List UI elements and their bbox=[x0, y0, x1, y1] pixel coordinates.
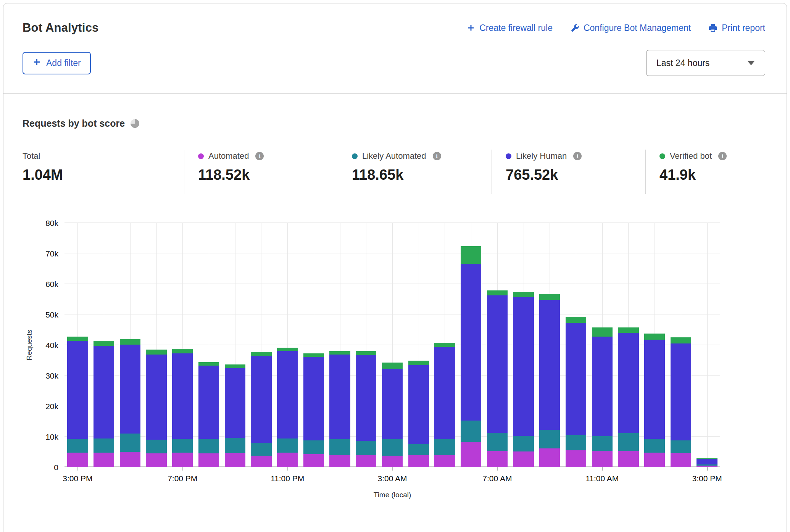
bot-analytics-card: Bot Analytics Create firewall rule Confi… bbox=[3, 3, 787, 532]
bar-segment-verified-bot bbox=[120, 339, 140, 345]
bar[interactable] bbox=[434, 343, 455, 467]
x-axis-tick bbox=[497, 467, 498, 471]
bar-segment-verified-bot bbox=[198, 362, 219, 366]
bar[interactable] bbox=[303, 353, 324, 467]
bar-segment-likely-automated bbox=[198, 439, 219, 453]
bar-segment-likely-human bbox=[566, 323, 586, 435]
bar-segment-likely-human bbox=[198, 366, 219, 439]
bar-segment-automated bbox=[67, 453, 88, 467]
info-icon[interactable]: i bbox=[255, 152, 264, 160]
y-axis-tick-label: 10k bbox=[45, 433, 58, 441]
bar-segment-likely-automated bbox=[277, 438, 298, 453]
bar-segment-likely-human bbox=[539, 300, 560, 430]
bar-slot bbox=[458, 223, 484, 467]
bar-segment-automated bbox=[566, 450, 586, 467]
configure-bot-management-label: Configure Bot Management bbox=[584, 23, 691, 33]
bar-slot bbox=[432, 223, 458, 467]
create-firewall-rule-link[interactable]: Create firewall rule bbox=[467, 23, 553, 33]
configure-bot-management-link[interactable]: Configure Bot Management bbox=[570, 23, 691, 33]
printer-icon bbox=[708, 23, 717, 32]
bar-segment-verified-bot bbox=[539, 294, 560, 300]
bar[interactable] bbox=[539, 294, 560, 467]
bar[interactable] bbox=[277, 348, 298, 467]
stat-likely-human: Likely Human i 765.52k bbox=[492, 150, 645, 194]
bar[interactable] bbox=[198, 362, 219, 467]
bar-segment-automated bbox=[198, 453, 219, 467]
y-axis-tick-label: 80k bbox=[45, 219, 58, 227]
bar-segment-automated bbox=[408, 455, 429, 467]
bar-segment-likely-human bbox=[94, 346, 114, 438]
bar-segment-likely-automated bbox=[566, 435, 586, 450]
y-axis-labels: 010k20k30k40k50k60k70k80k bbox=[36, 223, 58, 467]
bar[interactable] bbox=[644, 334, 665, 467]
pie-chart-icon bbox=[131, 119, 139, 128]
bar-segment-automated bbox=[172, 453, 193, 467]
bar[interactable] bbox=[251, 352, 271, 467]
bar[interactable] bbox=[146, 350, 166, 467]
info-icon[interactable]: i bbox=[573, 152, 582, 160]
x-axis-tick bbox=[707, 467, 708, 471]
bar[interactable] bbox=[172, 349, 193, 467]
bar[interactable] bbox=[618, 327, 638, 467]
bar-slot bbox=[353, 223, 379, 467]
plus-icon bbox=[467, 24, 475, 32]
bar[interactable] bbox=[356, 351, 376, 467]
bar-segment-verified-bot bbox=[329, 351, 350, 355]
bar[interactable] bbox=[120, 339, 140, 467]
add-filter-button[interactable]: Add filter bbox=[23, 52, 91, 74]
likely-human-value: 765.52k bbox=[506, 167, 645, 183]
bar[interactable] bbox=[382, 363, 403, 467]
bar-slot: 3:00 PM bbox=[694, 223, 720, 467]
bar-segment-likely-human bbox=[251, 356, 271, 443]
time-range-value: Last 24 hours bbox=[656, 58, 709, 68]
bar[interactable] bbox=[94, 341, 114, 467]
bar-segment-likely-automated bbox=[671, 440, 691, 453]
bar-segment-verified-bot bbox=[251, 352, 271, 356]
bar[interactable] bbox=[461, 246, 481, 467]
x-axis-tick bbox=[602, 467, 603, 471]
y-axis-tick-label: 60k bbox=[45, 280, 58, 288]
bars: 3:00 PM7:00 PM11:00 PM3:00 AM7:00 AM11:0… bbox=[64, 223, 720, 467]
bar-segment-likely-automated bbox=[592, 436, 613, 451]
section-title: Requests by bot score bbox=[23, 118, 125, 129]
bar-segment-automated bbox=[487, 451, 508, 467]
bar[interactable] bbox=[696, 458, 717, 467]
info-icon[interactable]: i bbox=[433, 152, 441, 160]
bar[interactable] bbox=[592, 327, 613, 467]
legend-dot-likely-automated bbox=[352, 153, 358, 159]
bar-segment-likely-automated bbox=[251, 443, 271, 456]
bar[interactable] bbox=[671, 337, 691, 467]
bar[interactable] bbox=[67, 337, 88, 467]
bar-segment-likely-automated bbox=[172, 439, 193, 453]
bar-slot bbox=[117, 223, 143, 467]
bar[interactable] bbox=[329, 351, 350, 467]
bar-segment-likely-automated bbox=[434, 439, 455, 455]
bar-segment-automated bbox=[277, 453, 298, 467]
bar-segment-likely-human bbox=[225, 368, 245, 438]
y-axis-tick-label: 40k bbox=[45, 341, 58, 349]
info-icon[interactable]: i bbox=[718, 152, 727, 160]
bar-slot bbox=[300, 223, 327, 467]
bar-segment-likely-human bbox=[487, 295, 508, 432]
bar-segment-automated bbox=[225, 453, 245, 467]
bar[interactable] bbox=[566, 317, 586, 467]
bar-segment-likely-automated bbox=[539, 430, 560, 448]
stat-total: Total 1.04M bbox=[23, 150, 184, 194]
header: Bot Analytics Create firewall rule Confi… bbox=[3, 3, 787, 93]
bar[interactable] bbox=[513, 292, 534, 467]
bar-slot: 3:00 AM bbox=[379, 223, 406, 467]
verified-bot-label: Verified bot bbox=[670, 151, 712, 161]
print-report-link[interactable]: Print report bbox=[708, 23, 765, 33]
bar-segment-automated bbox=[696, 466, 717, 467]
automated-value: 118.52k bbox=[198, 167, 338, 183]
bar-segment-verified-bot bbox=[671, 337, 691, 343]
time-range-select[interactable]: Last 24 hours bbox=[646, 50, 765, 76]
bar[interactable] bbox=[408, 361, 429, 467]
bar-slot bbox=[510, 223, 537, 467]
bar[interactable] bbox=[487, 290, 508, 467]
bar-segment-likely-automated bbox=[487, 433, 508, 451]
bar[interactable] bbox=[225, 364, 245, 467]
bar-segment-likely-automated bbox=[67, 439, 88, 453]
bar-segment-automated bbox=[461, 442, 481, 467]
bar-segment-verified-bot bbox=[146, 350, 166, 355]
